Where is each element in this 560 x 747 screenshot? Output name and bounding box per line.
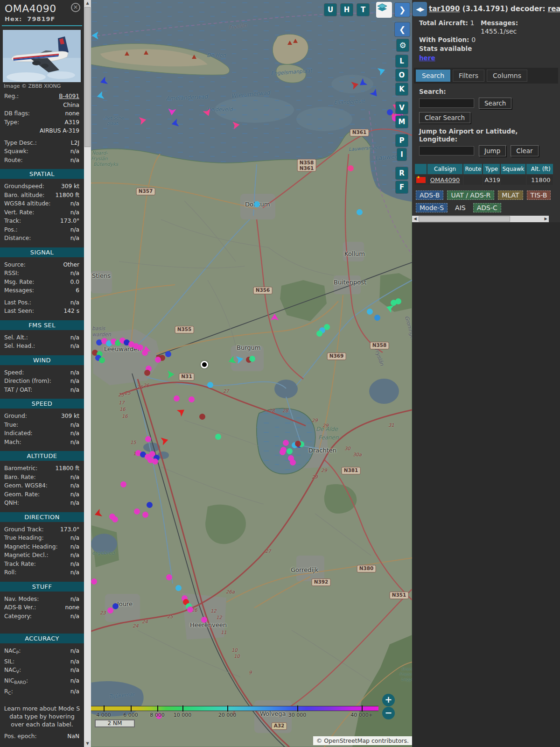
expand-panel-button[interactable]: ❯ xyxy=(395,3,410,17)
table-header-Alt. (ft)[interactable]: Alt. (ft) xyxy=(526,164,553,174)
aircraft-history-dot[interactable] xyxy=(187,606,193,613)
map-button-i[interactable]: I xyxy=(397,148,406,161)
map-canvas[interactable]: DokkumKollumBuitenpostStiensLeeuwardenBu… xyxy=(91,0,412,747)
filter-chip-tis-b[interactable]: TIS-B xyxy=(527,190,551,200)
aircraft-history-dot[interactable] xyxy=(137,345,143,351)
close-icon[interactable]: ✕ xyxy=(71,3,80,12)
aircraft-history-dot[interactable] xyxy=(374,315,380,321)
aircraft-history-dot[interactable] xyxy=(201,617,207,623)
aircraft-history-dot[interactable] xyxy=(142,512,148,518)
aircraft-history-dot[interactable] xyxy=(295,441,301,447)
aircraft-history-dot[interactable] xyxy=(155,357,161,363)
aircraft-history-dot[interactable] xyxy=(290,459,296,465)
zoom-out-button[interactable]: − xyxy=(382,707,395,719)
aircraft-history-dot[interactable] xyxy=(112,516,118,522)
aircraft-history-dot[interactable] xyxy=(199,414,205,420)
aircraft-history-dot[interactable] xyxy=(387,109,393,115)
aircraft-history-dot[interactable] xyxy=(207,382,213,388)
aircraft-history-dot[interactable] xyxy=(147,502,153,508)
collapse-panel-button[interactable]: ❮ xyxy=(395,22,410,36)
aircraft-history-dot[interactable] xyxy=(120,481,126,487)
scrollbar-thumb[interactable] xyxy=(84,7,91,147)
cell-callsign[interactable]: OMA4090 xyxy=(427,175,463,185)
gear-icon[interactable]: ⚙ xyxy=(397,39,409,51)
filter-chip-ais[interactable]: AIS xyxy=(451,203,469,212)
aircraft-history-dot[interactable] xyxy=(357,209,363,215)
scroll-down-icon[interactable]: ▼ xyxy=(84,740,91,747)
jump-input[interactable] xyxy=(419,146,474,155)
data-value: 6 xyxy=(76,286,79,295)
filter-chip-ads-c[interactable]: ADS-C xyxy=(473,203,501,212)
table-header-Squawk[interactable]: Squawk xyxy=(501,164,525,174)
hscroll-thumb[interactable] xyxy=(419,216,510,222)
table-horizontal-scrollbar[interactable]: ◀ ▶ xyxy=(412,216,549,222)
aircraft-history-dot[interactable] xyxy=(175,585,182,591)
aircraft-history-dot[interactable] xyxy=(395,298,401,304)
aircraft-history-dot[interactable] xyxy=(145,436,151,442)
aircraft-history-dot[interactable] xyxy=(134,508,140,514)
data-value: L2J xyxy=(71,139,79,148)
tar1090-link[interactable]: tar1090 xyxy=(429,5,460,13)
filter-chip-uat-ads-r[interactable]: UAT / ADS-R xyxy=(447,190,494,200)
filter-chip-mode-s[interactable]: Mode-S xyxy=(416,203,448,212)
scroll-up-icon[interactable]: ▲ xyxy=(84,0,91,7)
map-button-p[interactable]: P xyxy=(396,134,408,147)
map-button-v[interactable]: V xyxy=(396,102,408,114)
table-row[interactable]: ★OMA4090A31911800 xyxy=(415,175,553,185)
map-button-u[interactable]: U xyxy=(324,4,336,16)
search-button[interactable]: Search xyxy=(479,98,511,109)
aircraft-history-dot[interactable] xyxy=(112,603,119,609)
stats-here-link[interactable]: here xyxy=(419,54,435,62)
table-header-Callsign[interactable]: Callsign xyxy=(427,164,463,174)
tab-columns[interactable]: Columns xyxy=(487,70,527,82)
aircraft-history-dot[interactable] xyxy=(166,574,172,580)
data-value[interactable]: B-4091 xyxy=(59,92,79,101)
aircraft-history-dot[interactable] xyxy=(215,434,221,440)
table-header-Route[interactable]: Route xyxy=(463,164,482,174)
aircraft-history-dot[interactable] xyxy=(174,395,180,402)
clear-search-button[interactable]: Clear Search xyxy=(419,112,470,123)
aircraft-history-dot[interactable] xyxy=(107,607,113,613)
aircraft-history-dot[interactable] xyxy=(144,370,150,376)
tab-filters[interactable]: Filters xyxy=(453,70,484,82)
aircraft-history-dot[interactable] xyxy=(99,357,105,363)
aircraft-history-dot[interactable] xyxy=(152,458,158,465)
filter-chip-ads-b[interactable]: ADS-B xyxy=(416,190,443,200)
layers-button[interactable] xyxy=(376,2,392,18)
aircraft-history-dot[interactable] xyxy=(165,351,171,357)
map-button-f[interactable]: F xyxy=(396,181,408,193)
aircraft-history-dot[interactable] xyxy=(142,350,148,356)
osm-link[interactable]: OpenStreetMap xyxy=(324,737,370,744)
aircraft-photo[interactable] xyxy=(3,30,81,82)
map-button-l[interactable]: L xyxy=(396,55,408,67)
table-header-Type[interactable]: Type xyxy=(483,164,500,174)
aircraft-history-dot[interactable] xyxy=(367,309,373,315)
aircraft-history-dot[interactable] xyxy=(348,165,354,171)
map-button-o[interactable]: O xyxy=(396,69,408,81)
map-button-h[interactable]: H xyxy=(341,4,353,16)
aircraft-history-dot[interactable] xyxy=(249,356,255,362)
zoom-in-button[interactable]: + xyxy=(382,694,395,706)
sidebar-scrollbar[interactable]: ▲ ▼ xyxy=(84,0,91,747)
map-button-m[interactable]: M xyxy=(396,116,408,128)
search-input[interactable] xyxy=(419,99,474,108)
aircraft-history-dot[interactable] xyxy=(254,201,260,207)
scroll-left-icon[interactable]: ◀ xyxy=(412,216,418,222)
filter-chip-mlat[interactable]: MLAT xyxy=(498,190,523,200)
map-button-k[interactable]: K xyxy=(396,83,408,95)
jump-clear-button[interactable]: Clear xyxy=(511,145,538,156)
tab-search[interactable]: Search xyxy=(416,70,450,82)
aircraft-history-dot[interactable] xyxy=(91,578,97,585)
map-button-r[interactable]: R xyxy=(396,167,408,179)
aircraft-history-dot[interactable] xyxy=(287,448,293,454)
scroll-right-icon[interactable]: ▶ xyxy=(543,216,549,222)
aircraft-history-dot[interactable] xyxy=(280,449,286,455)
readsb-link[interactable]: readsb xyxy=(548,5,560,13)
panel-toggle-button[interactable]: ◀▶ xyxy=(413,2,427,16)
map-button-t[interactable]: T xyxy=(357,4,369,16)
aircraft-history-dot[interactable] xyxy=(283,440,289,446)
jump-button[interactable]: Jump xyxy=(479,145,506,156)
aircraft-history-dot[interactable] xyxy=(316,331,322,337)
table-header-flag[interactable] xyxy=(415,164,427,174)
aircraft-history-dot[interactable] xyxy=(189,396,195,402)
